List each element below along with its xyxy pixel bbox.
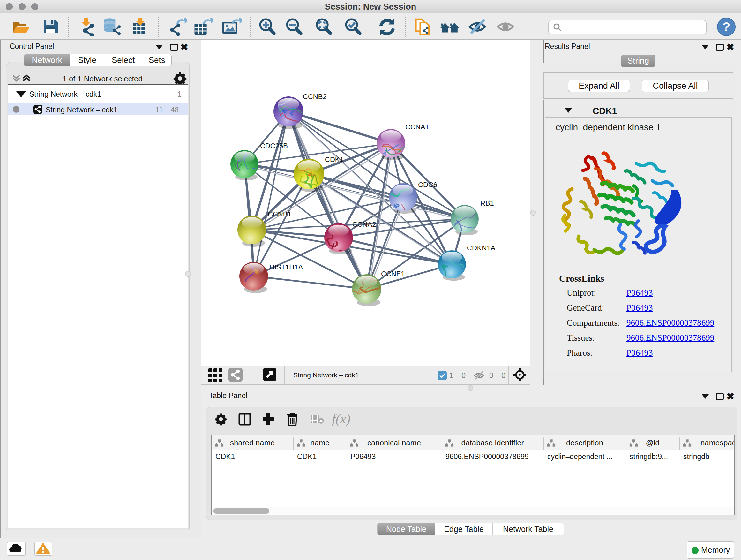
svg-text:RB1: RB1 bbox=[480, 199, 494, 207]
svg-text:HIST1H1A: HIST1H1A bbox=[269, 263, 303, 271]
svg-text:CDKN1A: CDKN1A bbox=[467, 244, 495, 252]
svg-text:CDC6: CDC6 bbox=[418, 181, 437, 189]
svg-text:CCNE1: CCNE1 bbox=[381, 270, 405, 278]
svg-text:CCNB2: CCNB2 bbox=[303, 92, 327, 101]
svg-text:CCNB1: CCNB1 bbox=[268, 210, 292, 218]
svg-text:CDC25B: CDC25B bbox=[260, 142, 288, 150]
svg-text:CDK1: CDK1 bbox=[325, 155, 344, 164]
svg-text:CCNA2: CCNA2 bbox=[352, 220, 376, 228]
svg-text:CCNA1: CCNA1 bbox=[405, 123, 429, 131]
